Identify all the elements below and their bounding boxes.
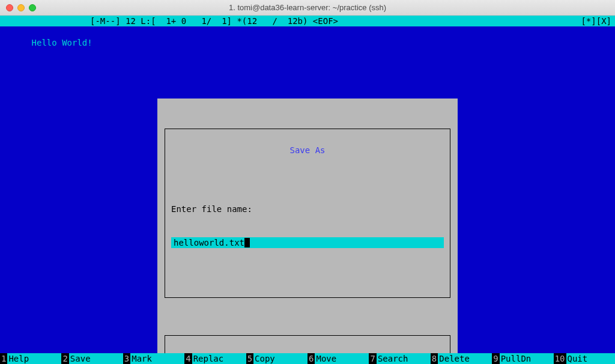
editor-area[interactable]: Hello World! Save As Enter file name: he… <box>0 26 615 353</box>
fn-copy[interactable]: 5Copy <box>246 353 308 364</box>
fn-help[interactable]: 1Help <box>0 353 61 364</box>
minimize-icon[interactable] <box>17 4 25 11</box>
filename-prompt: Enter file name: <box>171 204 444 214</box>
window-title: 1. tomi@data36-learn-server: ~/practice … <box>0 3 615 12</box>
close-icon[interactable] <box>6 4 13 11</box>
statusbar-right[interactable]: [*][X] <box>581 16 615 26</box>
terminal-window: 1. tomi@data36-learn-server: ~/practice … <box>0 0 615 364</box>
fn-pulldn[interactable]: 9PullDn <box>492 353 553 364</box>
dialog-title: Save As <box>286 145 329 155</box>
save-as-dialog: Save As Enter file name: helloworld.txt … <box>157 99 458 364</box>
fn-move[interactable]: 6Move <box>308 353 369 364</box>
fn-delete[interactable]: 8Delete <box>431 353 492 364</box>
zoom-icon[interactable] <box>29 4 36 11</box>
window-controls <box>6 4 36 11</box>
fn-mark[interactable]: 3Mark <box>123 353 184 364</box>
window-titlebar: 1. tomi@data36-learn-server: ~/practice … <box>0 0 615 16</box>
fn-quit[interactable]: 10Quit <box>554 353 615 364</box>
function-key-bar: 1Help 2Save 3Mark 4Replac 5Copy 6Move 7S… <box>0 353 615 364</box>
editor-statusbar: [-M--] 12 L:[ 1+ 0 1/ 1] *(12 / 12b) <EO… <box>0 16 615 26</box>
fn-search[interactable]: 7Search <box>369 353 430 364</box>
terminal-body: [-M--] 12 L:[ 1+ 0 1/ 1] *(12 / 12b) <EO… <box>0 16 615 364</box>
editor-content: Hello World! <box>32 38 92 47</box>
filename-value: helloworld.txt <box>174 238 244 247</box>
fn-save[interactable]: 2Save <box>61 353 123 364</box>
fn-replac[interactable]: 4Replac <box>184 353 246 364</box>
text-cursor-icon <box>244 238 250 247</box>
filename-input[interactable]: helloworld.txt <box>171 237 444 248</box>
statusbar-left: [-M--] 12 L:[ 1+ 0 1/ 1] *(12 / 12b) <EO… <box>0 16 338 26</box>
